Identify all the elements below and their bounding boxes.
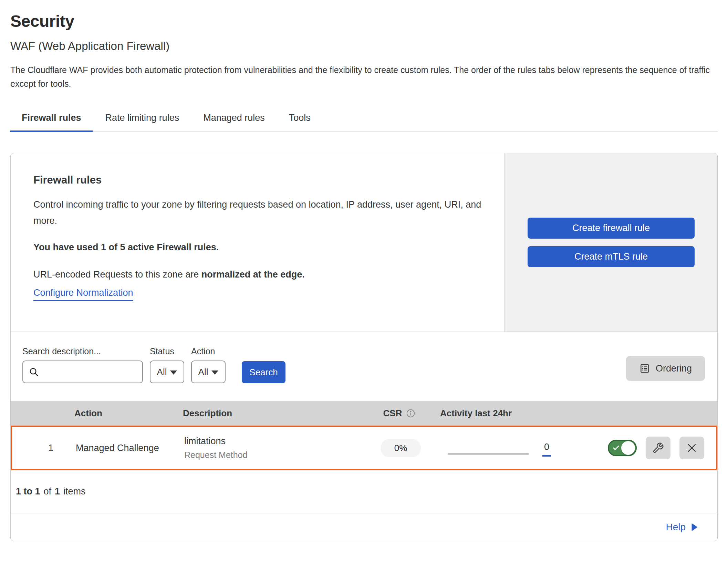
rule-description-cell: limitations Request Method	[184, 436, 370, 460]
panel-description: Control incoming traffic to your zone by…	[33, 197, 485, 229]
security-waf-page: Security WAF (Web Application Firewall) …	[0, 0, 728, 541]
delete-rule-button[interactable]	[679, 437, 704, 459]
activity-count-link[interactable]: 0	[542, 442, 551, 457]
ordering-button[interactable]: Ordering	[626, 356, 705, 381]
action-dropdown-value: All	[198, 367, 208, 377]
firewall-rule-row[interactable]: 1 Managed Challenge limitations Request …	[11, 426, 717, 470]
create-mtls-rule-button[interactable]: Create mTLS rule	[528, 246, 695, 267]
rule-priority-number: 1	[12, 443, 76, 453]
chevron-down-icon	[170, 370, 177, 375]
rule-expression-summary: Request Method	[184, 450, 370, 460]
help-link[interactable]: Help	[666, 522, 698, 533]
wrench-icon	[652, 442, 664, 454]
status-label: Status	[150, 346, 184, 356]
action-filter-group: Action All	[191, 346, 226, 383]
edit-rule-button[interactable]	[646, 437, 670, 459]
status-filter-group: Status All	[150, 346, 184, 383]
firewall-rules-summary-text: Firewall rules Control incoming traffic …	[11, 153, 505, 332]
rule-csr-cell: 0%	[370, 439, 431, 457]
status-dropdown[interactable]: All	[150, 361, 184, 383]
search-input-container[interactable]	[22, 361, 143, 383]
status-dropdown-value: All	[157, 367, 167, 377]
tab-rate-limiting-rules[interactable]: Rate limiting rules	[94, 108, 191, 132]
search-button[interactable]: Search	[242, 361, 285, 383]
action-label: Action	[191, 346, 226, 356]
panel-heading: Firewall rules	[33, 174, 491, 186]
url-note-bold: normalized at the edge.	[201, 269, 305, 280]
rule-activity-cell: 0	[431, 440, 561, 457]
arrow-right-icon	[690, 523, 698, 532]
tab-managed-rules[interactable]: Managed rules	[192, 108, 276, 132]
csr-header-label: CSR	[383, 408, 402, 419]
list-icon	[639, 363, 650, 374]
rule-description: limitations	[184, 436, 370, 447]
page-subtitle: WAF (Web Application Firewall)	[10, 40, 718, 53]
url-normalization-note: URL-encoded Requests to this zone are no…	[33, 269, 491, 280]
page-description: The Cloudflare WAF provides both automat…	[10, 63, 713, 91]
rule-enabled-toggle[interactable]	[608, 440, 637, 456]
page-title: Security	[10, 12, 718, 31]
toggle-knob	[621, 441, 635, 455]
firewall-rules-card: Firewall rules Control incoming traffic …	[10, 153, 718, 541]
create-firewall-rule-button[interactable]: Create firewall rule	[528, 218, 695, 239]
filter-bar: Search description... Status All Action	[11, 332, 717, 401]
tab-tools[interactable]: Tools	[278, 108, 322, 132]
column-header-activity: Activity last 24hr	[430, 408, 560, 419]
waf-tab-bar: Firewall rules Rate limiting rules Manag…	[10, 108, 718, 132]
column-header-action: Action	[74, 408, 183, 419]
search-label: Search description...	[22, 346, 143, 356]
create-rule-panel: Create firewall rule Create mTLS rule	[505, 153, 717, 332]
check-icon	[612, 444, 620, 452]
firewall-rules-summary-section: Firewall rules Control incoming traffic …	[11, 153, 717, 332]
column-header-description: Description	[183, 408, 369, 419]
rule-action-cell: Managed Challenge	[76, 443, 184, 453]
search-icon	[29, 367, 39, 377]
help-row: Help	[11, 513, 717, 541]
pagination-range: 1 to 1	[16, 486, 40, 497]
pagination-of: of	[44, 486, 52, 497]
configure-normalization-link[interactable]: Configure Normalization	[33, 288, 133, 301]
pagination-summary: 1 to 1 of 1 items	[11, 470, 717, 513]
activity-sparkline	[448, 453, 529, 455]
pagination-items: items	[63, 486, 86, 497]
ordering-button-label: Ordering	[656, 363, 692, 374]
table-header-row: Action Description CSR Activity last 24h…	[11, 401, 717, 426]
usage-text: You have used 1 of 5 active Firewall rul…	[33, 242, 491, 253]
csr-badge: 0%	[381, 439, 421, 457]
pagination-total: 1	[55, 486, 60, 497]
info-icon[interactable]	[406, 409, 415, 418]
tab-firewall-rules[interactable]: Firewall rules	[10, 108, 93, 132]
search-group: Search description...	[22, 346, 143, 383]
chevron-down-icon	[211, 370, 218, 375]
help-link-label: Help	[666, 522, 686, 533]
action-dropdown[interactable]: All	[191, 361, 226, 383]
rule-controls-cell	[561, 437, 716, 459]
search-input[interactable]	[43, 366, 137, 378]
close-icon	[686, 442, 698, 454]
url-note-prefix: URL-encoded Requests to this zone are	[33, 269, 201, 280]
column-header-csr: CSR	[369, 408, 430, 419]
